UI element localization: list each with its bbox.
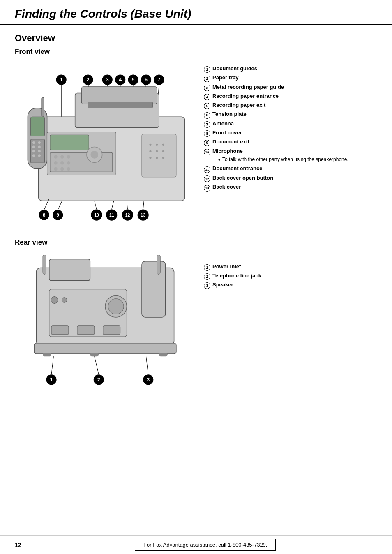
main-content: Overview Front view 1 2 3 <box>0 29 392 422</box>
label-text-10: Microphone <box>212 148 243 155</box>
footer-page-number: 12 <box>15 542 21 548</box>
front-view-section: 1 2 3 4 5 6 <box>15 61 377 230</box>
label-sub-10: To talk with the other party when using … <box>218 157 377 164</box>
svg-rect-94 <box>90 353 99 356</box>
svg-text:9: 9 <box>57 212 59 217</box>
svg-point-56 <box>156 150 158 152</box>
svg-rect-80 <box>49 259 90 280</box>
svg-text:1: 1 <box>50 377 53 383</box>
svg-text:13: 13 <box>141 213 145 217</box>
rear-label-item-2: 2 Telephone line jack <box>204 272 377 279</box>
svg-point-59 <box>156 157 158 159</box>
label-text-7: Antenna <box>212 120 234 127</box>
svg-point-32 <box>32 150 35 152</box>
label-item-9: 9 Document exit <box>204 138 377 145</box>
svg-line-76 <box>112 201 114 209</box>
rear-label-item-1: 1 Power inlet <box>204 263 377 270</box>
label-text-11: Document entrance <box>212 165 262 172</box>
svg-text:8: 8 <box>43 212 46 217</box>
svg-rect-93 <box>43 353 51 356</box>
badge-11: 11 <box>204 166 210 173</box>
svg-text:11: 11 <box>109 213 114 217</box>
footer-assistance-box: For Fax Advantage assistance, call 1-800… <box>135 539 276 551</box>
svg-text:5: 5 <box>132 77 135 83</box>
rear-view-title: Rear view <box>15 238 377 247</box>
rear-label-text-3: Speaker <box>212 281 233 289</box>
svg-text:1: 1 <box>60 77 63 83</box>
svg-point-33 <box>38 150 41 152</box>
svg-point-58 <box>149 157 151 159</box>
svg-point-57 <box>162 150 164 152</box>
label-item-6: 6 Tension plate <box>204 111 377 118</box>
label-text-2: Paper tray <box>212 74 239 81</box>
svg-line-75 <box>95 201 97 209</box>
rear-label-text-1: Power inlet <box>212 263 241 270</box>
svg-rect-36 <box>42 97 44 117</box>
svg-point-44 <box>60 161 64 164</box>
badge-2: 2 <box>204 76 210 82</box>
svg-line-77 <box>127 201 127 209</box>
label-text-1: Document guides <box>212 65 257 72</box>
svg-rect-85 <box>51 325 69 334</box>
svg-point-43 <box>54 161 57 164</box>
label-text-4: Recording paper entrance <box>212 92 279 100</box>
svg-text:3: 3 <box>147 377 150 383</box>
label-item-2: 2 Paper tray <box>204 74 377 81</box>
svg-text:3: 3 <box>106 77 109 83</box>
label-text-9: Document exit <box>212 138 249 145</box>
svg-rect-26 <box>31 117 45 136</box>
page-container: Finding the Controls (Base Unit) Overvie… <box>0 0 392 554</box>
label-item-8: 8 Front cover <box>204 129 377 136</box>
label-item-5: 5 Recording paper exit <box>204 102 377 109</box>
badge-9: 9 <box>204 140 210 146</box>
badge-12: 12 <box>204 175 210 182</box>
svg-point-35 <box>38 154 41 157</box>
badge-8: 8 <box>204 130 210 137</box>
page-title: Finding the Controls (Base Unit) <box>15 7 377 21</box>
svg-point-52 <box>149 144 151 146</box>
svg-point-48 <box>67 167 70 171</box>
rear-badge-3: 3 <box>204 282 210 289</box>
svg-text:2: 2 <box>97 377 100 383</box>
front-view-diagram: 1 2 3 4 5 6 <box>15 61 196 230</box>
label-text-8: Front cover <box>212 129 242 136</box>
label-item-13: 13 Back cover <box>204 183 377 191</box>
svg-point-41 <box>60 155 64 158</box>
page-header: Finding the Controls (Base Unit) <box>0 0 392 25</box>
svg-point-40 <box>54 155 57 158</box>
rear-view-svg: 1 2 3 <box>15 255 196 397</box>
svg-point-89 <box>108 298 124 314</box>
svg-line-78 <box>143 201 144 209</box>
label-item-11: 11 Document entrance <box>204 165 377 173</box>
overview-title: Overview <box>15 33 377 44</box>
svg-point-54 <box>162 144 164 146</box>
label-text-3: Metal recording paper guide <box>212 83 284 91</box>
svg-rect-81 <box>142 261 166 317</box>
svg-line-74 <box>58 201 62 210</box>
svg-line-103 <box>95 356 99 374</box>
svg-rect-95 <box>159 353 168 356</box>
badge-1: 1 <box>204 66 210 73</box>
label-item-3: 3 Metal recording paper guide <box>204 83 377 91</box>
front-view-title: Front view <box>15 48 377 56</box>
page-footer: 12 For Fax Advantage assistance, call 1-… <box>0 535 392 554</box>
svg-point-34 <box>32 154 35 157</box>
svg-point-45 <box>67 161 70 164</box>
svg-rect-51 <box>142 134 176 177</box>
svg-point-53 <box>156 144 158 146</box>
svg-text:2: 2 <box>87 77 90 83</box>
label-text-13: Back cover <box>212 183 241 191</box>
svg-text:10: 10 <box>94 213 99 217</box>
label-item-4: 4 Recording paper entrance <box>204 92 377 100</box>
svg-point-42 <box>67 155 70 158</box>
badge-3: 3 <box>204 85 210 91</box>
svg-text:6: 6 <box>145 77 148 83</box>
front-view-svg: 1 2 3 4 5 6 <box>15 61 196 229</box>
rear-view-diagram: 1 2 3 <box>15 255 196 398</box>
rear-label-text-2: Telephone line jack <box>212 272 261 279</box>
rear-badge-1: 1 <box>204 264 210 271</box>
svg-text:7: 7 <box>157 77 160 83</box>
label-item-7: 7 Antenna <box>204 120 377 127</box>
svg-rect-23 <box>81 87 157 104</box>
rear-label-item-3: 3 Speaker <box>204 281 377 289</box>
